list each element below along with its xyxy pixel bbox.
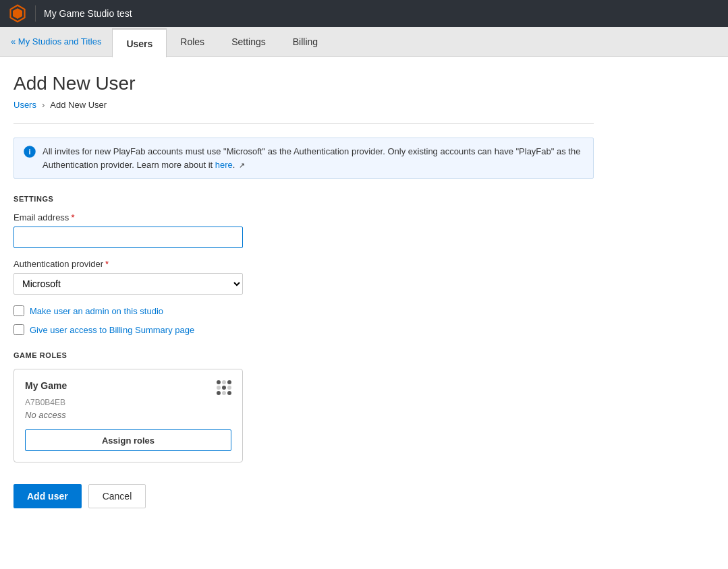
info-text: All invites for new PlayFab accounts mus… bbox=[43, 145, 584, 171]
settings-section-header: SETTINGS bbox=[13, 195, 594, 203]
auth-label: Authentication provider* bbox=[13, 259, 594, 269]
auth-provider-select[interactable]: Microsoft PlayFab bbox=[13, 273, 243, 295]
auth-form-group: Authentication provider* Microsoft PlayF… bbox=[13, 259, 594, 295]
divider bbox=[13, 123, 594, 124]
billing-checkbox[interactable] bbox=[13, 324, 24, 335]
breadcrumb: Users › Add New User bbox=[13, 100, 594, 110]
game-roles-header: GAME ROLES bbox=[13, 351, 594, 359]
auth-required: * bbox=[105, 259, 109, 269]
breadcrumb-users-link[interactable]: Users bbox=[13, 100, 36, 110]
admin-checkbox-group: Make user an admin on this studio bbox=[13, 305, 594, 316]
cancel-button[interactable]: Cancel bbox=[88, 484, 146, 508]
billing-checkbox-group: Give user access to Billing Summary page bbox=[13, 324, 594, 335]
breadcrumb-separator: › bbox=[42, 100, 45, 110]
email-required: * bbox=[71, 212, 74, 222]
add-user-button[interactable]: Add user bbox=[13, 484, 82, 508]
game-icon bbox=[217, 380, 231, 395]
game-card: My Game A7B0B4EB No access Assign roles bbox=[13, 369, 243, 462]
breadcrumb-current: Add New User bbox=[50, 100, 107, 110]
email-label: Email address* bbox=[13, 212, 594, 222]
nav-bar: « My Studios and Titles Users Roles Sett… bbox=[0, 27, 728, 57]
info-banner: i All invites for new PlayFab accounts m… bbox=[13, 138, 594, 179]
admin-checkbox-label[interactable]: Make user an admin on this studio bbox=[30, 306, 163, 316]
email-input[interactable] bbox=[13, 227, 243, 248]
assign-roles-button[interactable]: Assign roles bbox=[25, 429, 231, 451]
back-to-studios[interactable]: « My Studios and Titles bbox=[0, 27, 112, 56]
app-header: My Game Studio test bbox=[0, 0, 728, 27]
page-title: Add New User bbox=[13, 73, 594, 94]
app-logo bbox=[8, 4, 27, 23]
admin-checkbox[interactable] bbox=[13, 305, 24, 316]
tab-roles[interactable]: Roles bbox=[167, 27, 218, 56]
billing-checkbox-label[interactable]: Give user access to Billing Summary page bbox=[30, 325, 194, 335]
tab-billing[interactable]: Billing bbox=[279, 27, 331, 56]
game-roles-section: GAME ROLES My Game A7B0B4EB No access bbox=[13, 351, 594, 462]
action-buttons: Add user Cancel bbox=[13, 484, 594, 508]
header-divider bbox=[35, 5, 36, 22]
tab-settings[interactable]: Settings bbox=[218, 27, 279, 56]
svg-marker-1 bbox=[13, 8, 22, 19]
external-link-icon: ↗ bbox=[239, 161, 245, 169]
main-content: Add New User Users › Add New User i All … bbox=[0, 57, 607, 525]
game-id: A7B0B4EB bbox=[25, 398, 231, 407]
tab-users[interactable]: Users bbox=[112, 28, 167, 57]
studio-name: My Game Studio test bbox=[44, 8, 132, 19]
info-icon: i bbox=[24, 146, 36, 158]
email-form-group: Email address* bbox=[13, 212, 594, 248]
game-card-header: My Game bbox=[25, 380, 231, 395]
game-access: No access bbox=[25, 410, 231, 420]
info-link[interactable]: here bbox=[215, 160, 233, 170]
game-name: My Game bbox=[25, 380, 67, 391]
svg-text:i: i bbox=[28, 148, 30, 156]
